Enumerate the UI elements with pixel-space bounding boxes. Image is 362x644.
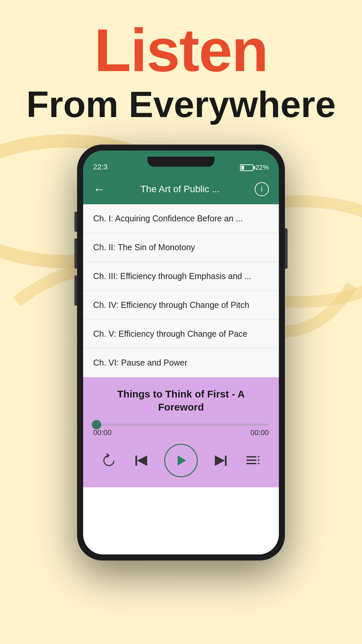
side-button-power [285,228,288,269]
battery-fill [241,166,244,170]
total-time: 00:00 [250,428,269,437]
play-button[interactable] [164,444,198,477]
header-title: The Art of Public ... [140,184,220,195]
chapter-list: Ch. I: Acquiring Confidence Before an ..… [83,204,279,377]
progress-fill [93,424,97,426]
now-playing-title: Things to Think of First - A Foreword [93,387,269,414]
current-time: 00:00 [93,428,112,437]
side-button-volume-down [74,275,77,306]
chapter-label-1: Ch. I: Acquiring Confidence Before an ..… [93,214,243,223]
progress-track[interactable] [93,424,269,426]
hero-section: Listen From Everywhere [0,0,362,124]
svg-rect-10 [258,456,259,458]
svg-rect-12 [258,463,259,464]
app-header: ← The Art of Public ... i [83,174,279,204]
hero-subtitle: From Everywhere [0,84,362,124]
chapter-item-3[interactable]: Ch. III: Efficiency through Emphasis and… [83,262,279,291]
chapter-label-2: Ch. II: The Sin of Monotony [93,243,195,252]
chapter-item-5[interactable]: Ch. V: Efficiency through Change of Pace [83,320,279,348]
hero-listen-title: Listen [0,20,362,80]
side-button-silent [74,212,77,232]
chapter-item-4[interactable]: Ch. IV: Efficiency through Change of Pit… [83,291,279,320]
chapter-label-3: Ch. III: Efficiency through Emphasis and… [93,271,251,281]
phone-left-buttons [74,212,77,306]
back-button[interactable]: ← [93,182,105,196]
battery-percent: 22% [255,164,269,171]
progress-thumb[interactable] [92,420,101,429]
chapter-label-5: Ch. V: Efficiency through Change of Pace [93,329,247,338]
svg-marker-4 [178,455,186,466]
status-battery: 22% [240,164,269,171]
chapter-item-2[interactable]: Ch. II: The Sin of Monotony [83,233,279,262]
svg-rect-8 [246,460,256,461]
battery-icon [240,164,253,171]
player-controls [93,444,269,481]
progress-container[interactable]: 00:00 00:00 [93,424,269,437]
phone-mockup: 22:3 22% ← The Art of Public ... i [0,145,362,560]
chapter-label-4: Ch. IV: Efficiency through Change of Pit… [93,300,249,310]
svg-rect-9 [246,463,256,464]
phone-frame: 22:3 22% ← The Art of Public ... i [77,145,285,560]
svg-rect-7 [246,456,256,458]
side-button-volume-up [74,238,77,269]
phone-right-button [285,228,288,269]
replay-button[interactable] [100,451,118,470]
info-icon: i [261,185,263,194]
chapter-item-6[interactable]: Ch. VI: Pause and Power [83,348,279,377]
svg-rect-2 [135,455,137,466]
player-section: Things to Think of First - A Foreword 00… [83,377,279,487]
previous-button[interactable] [132,451,150,470]
status-time: 22:3 [93,163,108,171]
svg-marker-3 [137,455,147,466]
progress-times: 00:00 00:00 [93,428,269,437]
chapter-label-6: Ch. VI: Pause and Power [93,358,187,367]
info-button[interactable]: i [255,182,269,196]
phone-screen: 22:3 22% ← The Art of Public ... i [83,151,279,554]
svg-rect-11 [258,460,259,461]
next-button[interactable] [212,451,230,470]
svg-rect-5 [225,455,227,466]
phone-notch [147,157,215,167]
chapter-item-1[interactable]: Ch. I: Acquiring Confidence Before an ..… [83,204,279,233]
playlist-button[interactable] [244,451,262,470]
svg-marker-6 [215,455,225,466]
